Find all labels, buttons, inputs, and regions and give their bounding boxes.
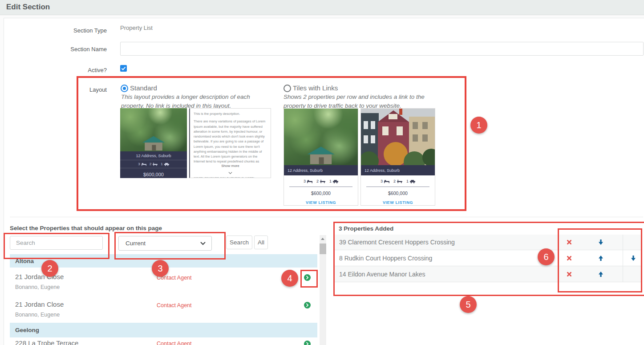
- edit-section-page: Edit Section Section Type Property List …: [0, 0, 644, 345]
- added-property-row: 39 Claremont Crescent Hoppers Crossing: [335, 235, 642, 250]
- remove-property-icon[interactable]: [567, 256, 572, 260]
- active-label: Active?: [45, 67, 107, 73]
- tiles-preview-card-2: 12 Address, Suburb 3 2 1 $600,000 VIEW L…: [360, 108, 435, 206]
- checkbox-checked-icon: [120, 65, 127, 72]
- bath-icon: [320, 179, 325, 183]
- group-name: Geelong: [15, 327, 39, 333]
- cabin-illustration: [141, 135, 166, 151]
- chevron-down-icon: [228, 172, 232, 174]
- annotation-marker-4: 4: [281, 270, 298, 287]
- standard-preview-card: 12 Address, Suburb 3 2 1 $600,000: [120, 108, 187, 178]
- section-type-label: Section Type: [45, 27, 107, 34]
- layout-radio-standard[interactable]: [121, 85, 128, 92]
- cabin-illustration: [305, 146, 336, 165]
- page-title: Edit Section: [6, 3, 50, 12]
- add-property-icon[interactable]: [304, 274, 311, 281]
- add-property-icon[interactable]: [304, 302, 311, 308]
- section-name-input[interactable]: [120, 42, 644, 56]
- move-down-icon[interactable]: [598, 239, 603, 245]
- all-button[interactable]: All: [254, 235, 268, 249]
- car-icon: [333, 179, 338, 183]
- description-intro: This is the property description.: [194, 111, 267, 116]
- preview-price: $600,000: [361, 187, 435, 196]
- added-property-row: 8 Rudkin Court Hoppers Crossing: [335, 250, 642, 266]
- tiles-preview-card-1: 12 Address, Suburb 3 2 1 $600,000 VIEW L…: [284, 108, 358, 206]
- move-up-icon[interactable]: [598, 255, 603, 261]
- remove-property-icon[interactable]: [567, 240, 572, 245]
- preview-address: 12 Address, Suburb: [361, 165, 435, 175]
- layout-label: Layout: [45, 86, 107, 93]
- group-header-geelong: Geelong: [10, 323, 317, 337]
- scrollbar-up-icon[interactable]: [321, 238, 324, 240]
- cars-count: 1: [161, 162, 162, 166]
- divider: [623, 235, 623, 282]
- list-scrollbar[interactable]: [320, 235, 326, 345]
- property-agent: Bonanno, Eugene: [15, 312, 60, 318]
- annotation-marker-2: 2: [41, 260, 58, 277]
- baths-count: 2: [393, 179, 396, 183]
- added-property-row: 14 Eildon Avenue Manor Lakes: [335, 266, 642, 282]
- property-photo-trees: [284, 109, 358, 165]
- property-address: 21 Jordan Close: [15, 273, 64, 280]
- preview-address: 12 Address, Suburb: [120, 151, 187, 160]
- annotation-marker-5: 5: [460, 296, 477, 313]
- bed-icon: [307, 179, 312, 183]
- cars-count: 1: [329, 179, 332, 183]
- contact-agent-link[interactable]: Contact Agent: [157, 341, 192, 345]
- section-name-label: Section Name: [45, 46, 107, 53]
- bath-icon: [397, 179, 402, 183]
- baths-count: 2: [150, 162, 151, 166]
- status-filter-value: Current: [126, 240, 146, 247]
- preview-price: $600,000: [120, 168, 187, 177]
- radio-dot: [123, 87, 126, 90]
- move-down-icon[interactable]: [631, 255, 636, 261]
- select-properties-heading: Select the Properties that should appear…: [10, 225, 162, 231]
- group-name: Altona: [15, 258, 34, 264]
- preview-stats: 3 2 1: [120, 160, 187, 168]
- view-listing-link[interactable]: VIEW LISTING: [284, 196, 358, 205]
- layout-standard-label[interactable]: Standard: [130, 84, 157, 92]
- property-list-row: 21 Jordan Close Bonanno, Eugene Contact …: [10, 295, 317, 323]
- properties-added-heading: 3 Properties Added: [339, 225, 393, 232]
- section-type-value: Property List: [120, 24, 153, 31]
- layout-radio-tiles[interactable]: [284, 85, 291, 92]
- search-button[interactable]: Search: [226, 235, 252, 249]
- status-filter-dropdown[interactable]: Current: [118, 236, 212, 251]
- property-address: 21 Jordan Close: [15, 300, 64, 308]
- beds-count: 3: [138, 162, 140, 166]
- cars-count: 1: [406, 179, 409, 183]
- baths-count: 2: [316, 179, 319, 183]
- added-property-name: 8 Rudkin Court Hoppers Crossing: [339, 255, 432, 262]
- search-input[interactable]: [10, 236, 103, 250]
- contact-agent-link[interactable]: Contact Agent: [157, 302, 192, 308]
- car-icon: [410, 179, 415, 183]
- view-listing-link[interactable]: VIEW LISTING: [361, 196, 435, 205]
- divider: [10, 217, 643, 217]
- add-property-icon[interactable]: [304, 341, 311, 345]
- victorian-house-illustration: [361, 109, 435, 165]
- preview-address: 12 Address, Suburb: [284, 165, 358, 175]
- page-header-band: [0, 0, 644, 15]
- preview-stats: 3 2 1: [284, 175, 358, 187]
- standard-preview-description: This is the property description. There …: [189, 108, 271, 178]
- beds-count: 3: [304, 179, 306, 183]
- property-photo-trees: [120, 108, 187, 151]
- bath-icon: [153, 162, 158, 166]
- property-photo-house: [361, 109, 435, 165]
- annotation-marker-3: 3: [152, 260, 169, 277]
- show-more-button[interactable]: Show more: [190, 163, 270, 177]
- bed-icon: [384, 179, 389, 183]
- added-property-name: 14 Eildon Avenue Manor Lakes: [339, 271, 425, 278]
- car-icon: [164, 162, 169, 166]
- added-property-name: 39 Claremont Crescent Hoppers Crossing: [339, 239, 455, 246]
- property-agent: Bonanno, Eugene: [15, 284, 60, 290]
- move-up-icon[interactable]: [598, 271, 603, 277]
- chevron-down-icon: [200, 242, 206, 245]
- annotation-marker-6: 6: [538, 248, 555, 265]
- beds-count: 3: [381, 179, 383, 183]
- remove-property-icon[interactable]: [567, 272, 572, 276]
- scrollbar-thumb[interactable]: [320, 244, 326, 254]
- active-checkbox[interactable]: [120, 65, 127, 72]
- preview-price: $600,000: [284, 187, 358, 196]
- layout-tiles-label[interactable]: Tiles with Links: [293, 84, 338, 92]
